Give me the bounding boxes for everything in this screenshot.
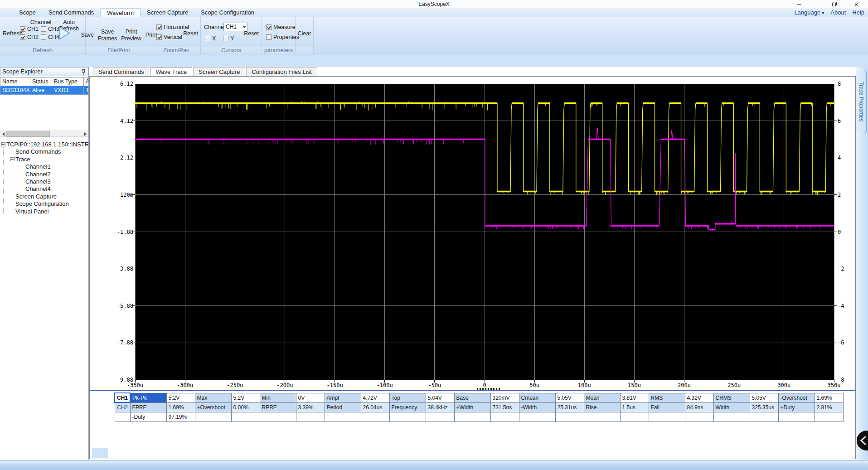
measure-label[interactable]: RPRE (260, 402, 296, 412)
ribbon-tab-scope-configuration[interactable]: Scope Configuration (194, 8, 261, 17)
measure-label[interactable]: +Duty (778, 402, 815, 412)
measure-panel-separator (90, 390, 855, 391)
tree-item-virtual-panel[interactable]: Virtual Panel (15, 208, 48, 215)
about-menu[interactable]: About (830, 8, 846, 17)
cursors-reset-button[interactable]: Reset (244, 30, 259, 37)
ribbon-group-parameters: MeasureProperties parameters (262, 17, 296, 55)
explorer-horizontal-scrollbar[interactable] (0, 131, 88, 137)
wave-trace-page: 6.124.122.12120m-1.88-3.88-5.88-7.88-9.8… (89, 76, 856, 459)
measure-label[interactable]: RMS (649, 393, 685, 402)
measure-label[interactable]: +Overshoot (195, 402, 231, 412)
measure-value: 2.81% (815, 402, 843, 412)
chevron-down-icon (242, 26, 246, 28)
measure-label[interactable]: Top (389, 393, 426, 402)
tree-item-trace[interactable]: Trace (15, 156, 30, 163)
measure-label[interactable] (260, 412, 296, 422)
scrollbar-thumb[interactable] (6, 131, 50, 137)
measure-label[interactable]: Min (260, 393, 296, 402)
scroll-right-icon[interactable] (82, 131, 88, 137)
left-axis-tick: -3.88 (112, 266, 133, 272)
measure-value: 5.05V (555, 393, 584, 402)
measure-label[interactable]: Frequency (389, 402, 426, 412)
tree-item-channel3[interactable]: Channel3 (25, 178, 51, 185)
restore-button[interactable] (828, 0, 841, 8)
device-row[interactable]: SDS1104X-EAliveVXI11TC (0, 86, 89, 95)
language-menu[interactable]: Language▾ (794, 8, 824, 17)
measure-label[interactable]: Base (454, 393, 490, 402)
right-axis-tick: 6 (838, 118, 851, 124)
measure-label[interactable]: Ampl (325, 393, 361, 402)
tree-item-channel1[interactable]: Channel1 (25, 163, 51, 170)
pin-icon[interactable] (81, 69, 86, 75)
measure-label[interactable] (519, 412, 555, 422)
measure-label[interactable] (778, 412, 815, 422)
waveform-plot[interactable] (131, 84, 838, 383)
measure-label[interactable]: +Width (454, 402, 490, 412)
clear-button[interactable]: Clear (296, 30, 313, 37)
close-button[interactable]: × (849, 0, 863, 8)
measure-label[interactable] (454, 412, 490, 422)
auto-refresh-play-icon[interactable] (59, 26, 71, 40)
chevron-down-icon: ▾ (822, 10, 824, 15)
measure-value: 38.4kHz (426, 402, 454, 412)
measure-label[interactable]: -Duty (130, 412, 166, 422)
measure-label[interactable]: Fall (649, 402, 685, 412)
cursor-checkbox-y[interactable]: Y (223, 35, 234, 42)
measure-label[interactable] (325, 412, 361, 422)
parameters-checkbox-measure[interactable]: Measure (266, 24, 299, 30)
collapse-circle-button[interactable] (857, 431, 868, 451)
tree-item-tcpip0-192-168-1-150-instr[interactable]: TCPIP0::192.168.1.150::INSTR (6, 141, 89, 148)
ribbon-tab-send-commands[interactable]: Send Commands (42, 8, 100, 17)
content-tab-screen-capture[interactable]: Screen Capture (193, 67, 245, 76)
device-cell: TC (84, 86, 89, 95)
zoom-pan-reset-button[interactable]: Reset (183, 30, 198, 37)
save-frames-button[interactable]: Save Frames (98, 29, 117, 42)
measure-label[interactable]: Pk-Pk (130, 393, 166, 402)
content-tab-configuration-files-list[interactable]: Configuration Files List (246, 67, 317, 76)
parameters-checkbox-properties[interactable]: Properties (266, 34, 299, 40)
tree-collapse-icon[interactable] (10, 157, 15, 161)
tree-item-channel2[interactable]: Channel2 (25, 171, 51, 178)
measure-label[interactable]: -Width (519, 402, 555, 412)
help-menu[interactable]: Help (852, 8, 864, 17)
measure-label[interactable]: Width (713, 402, 750, 412)
measure-label[interactable]: -Overshoot (778, 393, 815, 402)
trace-properties-tab[interactable]: Trace Properties (856, 70, 867, 133)
tree-item-scope-configuration[interactable]: Scope Configuration (15, 200, 69, 208)
measure-label[interactable] (713, 412, 750, 422)
x-axis-tick: 150u (621, 382, 647, 388)
measure-label[interactable] (584, 412, 620, 422)
content-tab-send-commands[interactable]: Send Commands (93, 67, 149, 76)
cursor-checkbox-x[interactable]: X (205, 35, 216, 42)
ribbon-tab-scope[interactable]: Scope (13, 8, 42, 17)
status-bar (0, 460, 868, 470)
minus-icon (11, 159, 14, 160)
measure-label[interactable] (389, 412, 426, 422)
channel-header-ch1[interactable]: CH1 (115, 393, 130, 402)
tree-collapse-icon[interactable] (1, 142, 5, 146)
tree-item-screen-capture[interactable]: Screen Capture (15, 193, 57, 200)
measure-label[interactable]: Period (325, 402, 361, 412)
ribbon-tab-waveform[interactable]: Waveform (100, 8, 141, 17)
print-preview-button[interactable]: Print Preview (121, 29, 141, 42)
measure-label[interactable]: FPRE (130, 402, 166, 412)
measure-label[interactable]: Rise (584, 402, 620, 412)
scroll-left-icon[interactable] (0, 131, 6, 137)
zoom-checkbox-horizontal[interactable]: Horizontal (156, 24, 189, 30)
channel-checkbox-ch2[interactable]: CH2 (20, 34, 41, 40)
content-tabs: Send CommandsWave TraceScreen CaptureCon… (93, 67, 318, 76)
save-button[interactable]: Save (81, 32, 94, 38)
tree-item-send-commands[interactable]: Send Commands (15, 148, 61, 155)
measure-label[interactable]: CRMS (713, 393, 750, 402)
channel-checkbox-ch1[interactable]: CH1 (20, 26, 41, 32)
channel-header-ch2[interactable]: CH2 (115, 402, 130, 412)
measure-label[interactable]: Max (195, 393, 231, 402)
measure-label[interactable]: Cmean (519, 393, 555, 402)
tree-item-channel4[interactable]: Channel4 (25, 185, 51, 193)
measure-label[interactable] (649, 412, 685, 422)
minimize-button[interactable] (792, 0, 806, 8)
measure-label[interactable]: Mean (584, 393, 620, 402)
measure-label[interactable] (195, 412, 231, 422)
ribbon-tab-screen-capture[interactable]: Screen Capture (141, 8, 194, 17)
content-tab-wave-trace[interactable]: Wave Trace (150, 67, 192, 76)
